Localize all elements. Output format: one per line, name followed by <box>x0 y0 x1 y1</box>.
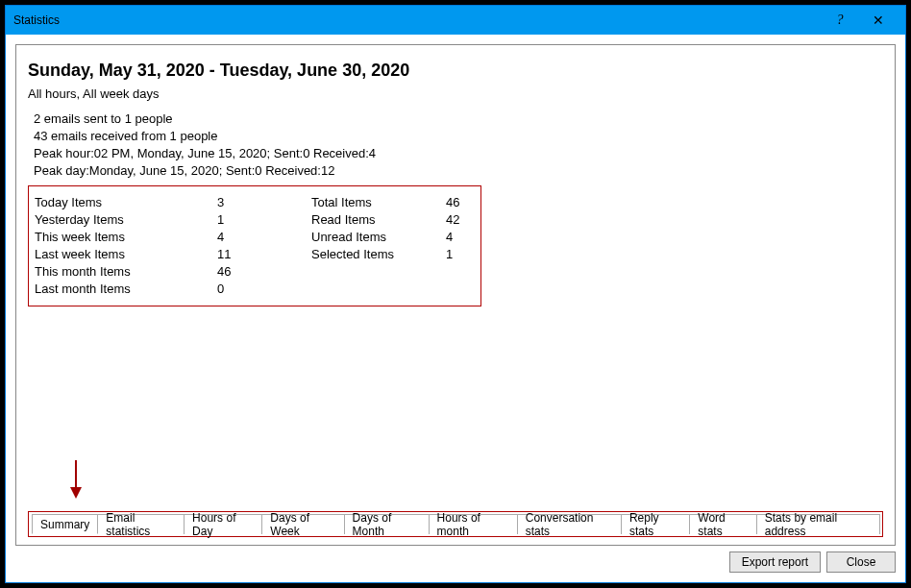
stats-label: This week Items <box>35 229 217 246</box>
tab-email-statistics[interactable]: Email statistics <box>97 514 185 534</box>
stats-row: Today Items 3 Total Items 46 <box>35 194 475 211</box>
info-peak-day: Peak day:Monday, June 15, 2020; Sent:0 R… <box>34 162 883 180</box>
tab-days-of-week[interactable]: Days of Week <box>261 514 344 534</box>
stats-label: Total Items <box>311 194 446 211</box>
filter-subheading: All hours, All week days <box>28 86 883 101</box>
stats-value: 46 <box>217 263 311 281</box>
info-peak-hour: Peak hour:02 PM, Monday, June 15, 2020; … <box>34 145 883 162</box>
date-range-heading: Sunday, May 31, 2020 - Tuesday, June 30,… <box>28 61 883 81</box>
info-received: 43 emails received from 1 people <box>34 128 883 145</box>
statistics-window: Statistics ? ✕ Sunday, May 31, 2020 - Tu… <box>5 5 906 583</box>
stats-label: This month Items <box>35 263 217 281</box>
stats-value: 42 <box>446 211 475 229</box>
window-title: Statistics <box>13 13 821 27</box>
help-button[interactable]: ? <box>821 6 859 35</box>
content-area: Sunday, May 31, 2020 - Tuesday, June 30,… <box>6 35 905 582</box>
info-sent: 2 emails sent to 1 people <box>34 110 883 128</box>
tab-hours-of-month[interactable]: Hours of month <box>429 514 518 534</box>
stats-value: 4 <box>217 229 311 246</box>
stats-label: Selected Items <box>311 246 446 263</box>
stats-label: Yesterday Items <box>35 211 217 229</box>
stats-label: Unread Items <box>311 229 446 246</box>
stats-value: 0 <box>217 281 311 298</box>
stats-box: Today Items 3 Total Items 46 Yesterday I… <box>28 185 481 306</box>
stats-label: Read Items <box>311 211 446 229</box>
tab-days-of-month[interactable]: Days of Month <box>344 514 430 534</box>
stats-value: 11 <box>217 246 311 263</box>
stats-label: Last month Items <box>35 281 217 298</box>
stats-row: This month Items 46 <box>35 263 475 281</box>
stats-row: Last week Items 11 Selected Items 1 <box>35 246 475 263</box>
tab-summary[interactable]: Summary <box>32 514 98 534</box>
tabs-container: Summary Email statistics Hours of Day Da… <box>28 511 883 537</box>
stats-row: This week Items 4 Unread Items 4 <box>35 229 475 246</box>
stats-value: 46 <box>446 194 475 211</box>
stats-label: Last week Items <box>35 246 217 263</box>
close-window-button[interactable]: ✕ <box>859 6 898 35</box>
stats-value: 1 <box>446 246 475 263</box>
stats-row: Yesterday Items 1 Read Items 42 <box>35 211 475 229</box>
inner-panel: Sunday, May 31, 2020 - Tuesday, June 30,… <box>15 44 896 546</box>
tab-word-stats[interactable]: Word stats <box>689 514 756 534</box>
tab-reply-stats[interactable]: Reply stats <box>621 514 690 534</box>
stats-label: Today Items <box>35 194 217 211</box>
stats-value: 1 <box>217 211 311 229</box>
stats-value: 3 <box>217 194 311 211</box>
titlebar: Statistics ? ✕ <box>6 6 905 35</box>
export-report-button[interactable]: Export report <box>729 551 821 573</box>
tab-hours-of-day[interactable]: Hours of Day <box>184 514 262 534</box>
tab-stats-by-email[interactable]: Stats by email address <box>756 514 880 534</box>
close-button[interactable]: Close <box>826 551 896 573</box>
stats-value: 4 <box>446 229 475 246</box>
tab-conversation-stats[interactable]: Conversation stats <box>517 514 622 534</box>
stats-row: Last month Items 0 <box>35 281 475 298</box>
button-row: Export report Close <box>15 546 896 573</box>
summary-info: 2 emails sent to 1 people 43 emails rece… <box>28 110 883 180</box>
